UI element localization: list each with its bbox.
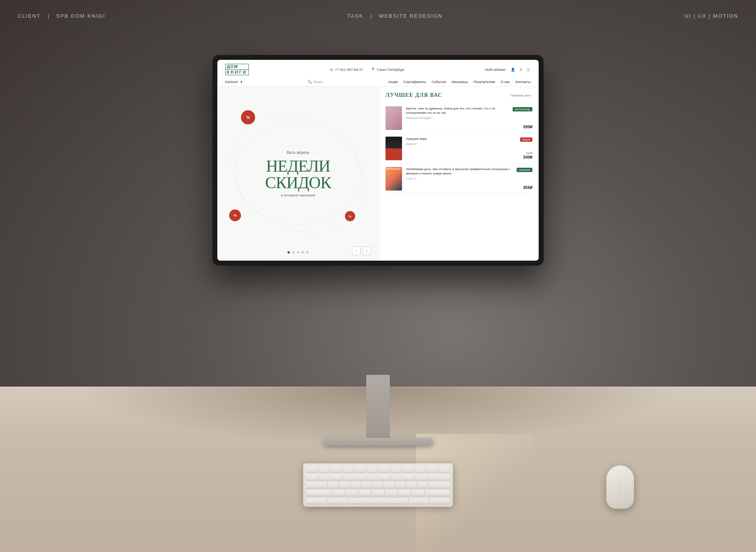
search-bar[interactable]: 🔍 Поиск [308,80,323,84]
show-all-label: Показать все [510,94,530,97]
key [328,482,338,488]
key [330,474,342,480]
meta-client: CLIENT | SPB DOM KNIGI [18,13,106,19]
key [391,467,402,472]
key [439,467,450,472]
hero-title: НЕДЕЛИ СКИДОК [265,158,331,191]
hero-subtitle: Весь апрель [287,150,309,155]
nav-link-kontakty[interactable]: Контакты [515,80,531,84]
key-row-5 [306,497,450,504]
product-info-3: Нелюбимая дочь. Как оставить в прошлом т… [406,167,532,180]
keyboard-body [303,463,453,507]
key [339,482,349,488]
book-text-3: PSYCH OLOGY [386,168,401,170]
product-author-1: Левицкая-Молодая Г. [406,117,513,119]
site-header-top: ДОМ КНИГИ ☏ +7 812 667-84-27 📍 Санкт [225,64,531,75]
search-placeholder: Поиск [313,80,323,84]
mouse [606,465,634,509]
product-cover-1 [385,106,402,130]
hero-next-button[interactable]: › [362,246,371,255]
key [345,490,358,496]
nav-link-o-nas[interactable]: О нас [500,80,510,84]
key [426,467,438,472]
key-row-3 [306,482,450,489]
cart-icon[interactable]: 🛒 [526,68,531,72]
key [327,498,347,504]
website: ДОМ КНИГИ ☏ +7 812 667-84-27 📍 Санкт [217,60,539,261]
hero-dot-1[interactable] [287,251,290,254]
hero-prev-button[interactable]: ‹ [352,246,361,255]
key [372,490,384,496]
hero-dot-4[interactable] [302,251,304,254]
product-title-3: Нелюбимая дочь. Как оставить в прошлом т… [406,167,513,176]
hero-dot-2[interactable] [292,251,295,254]
product-item-2[interactable]: Сумерки мира Акрам В. Акция 620₽ 549₽ [385,133,532,164]
location-icon: 📍 [371,68,375,72]
hero-dots [287,251,309,254]
spacebar-key [348,498,408,504]
products-header: ЛУЧШЕЕ ДЛЯ ВАС Показать все › [385,92,532,98]
hero-nav: ‹ › [352,246,371,255]
key [343,474,354,480]
catalog-label: Каталог [225,80,238,84]
key [367,467,378,472]
key [418,482,428,488]
key [319,467,330,472]
key [415,467,426,472]
monitor-screen: ДОМ КНИГИ ☏ +7 812 667-84-27 📍 Санкт [217,60,539,261]
hero-dot-5[interactable] [306,251,309,254]
key [306,490,331,496]
key [429,482,450,488]
nav-link-aktsii[interactable]: Акции [388,80,398,84]
nav-link-pokupatelyam[interactable]: Покупателям [473,80,495,84]
stand-base [323,438,433,446]
products-panel: ЛУЧШЕЕ ДЛЯ ВАС Показать все › [379,87,539,261]
product-item-1[interactable]: Крепче, чем ты думаешь. Книга для тех, к… [385,103,532,133]
product-item-3[interactable]: PSYCH OLOGY Нелюбимая дочь. Как оставить… [385,164,532,194]
catalog-button[interactable]: Каталог ▾ [225,80,243,84]
nav-link-sertifikaty[interactable]: Сертификаты [404,80,426,84]
product-cover-3: PSYCH OLOGY [385,167,402,191]
account-link[interactable]: Мой кабинет [485,68,506,72]
monitor-frame: ДОМ КНИГИ ☏ +7 812 667-84-27 📍 Санкт [213,55,543,265]
meta-task: TASK | WEBSITE REDESIGN [347,13,443,19]
client-sep: | [48,13,49,19]
phone-icon: ☏ [329,68,334,72]
header-contacts: ☏ +7 812 667-84-27 📍 Санкт-Петербург [329,68,405,72]
key [367,474,378,480]
product-badge-2: Акция [520,137,532,142]
show-all-link[interactable]: Показать все › [510,94,532,97]
client-value: SPB DOM KNIGI [56,13,106,19]
key-row-1 [306,466,450,473]
key [378,467,390,472]
product-title-2: Сумерки мира [406,137,513,141]
key [403,474,414,480]
discount-percent-1: % [246,115,250,120]
key [425,490,450,496]
key [409,498,429,504]
key [395,482,406,488]
key [332,490,345,496]
hero-dot-3[interactable] [297,251,299,254]
nav-link-sobytiya[interactable]: События [432,80,446,84]
site-nav-top: Каталог ▾ 🔍 Поиск Акции Сертификаты Собы… [225,78,531,86]
key [359,490,371,496]
nav-link-magaziny[interactable]: Магазины [452,80,468,84]
site-logo[interactable]: ДОМ КНИГИ [225,64,249,75]
key [373,482,383,488]
key [398,490,411,496]
city-contact[interactable]: 📍 Санкт-Петербург [371,68,405,72]
hero-title-line1: НЕДЕЛИ [265,158,331,174]
key-row-4 [306,489,450,496]
logo-line2: КНИГИ [225,70,249,75]
product-title-1: Крепче, чем ты думаешь. Книга для тех, к… [406,106,513,115]
book-image-2 [385,137,402,160]
product-info-2: Сумерки мира Акрам В. [406,137,532,145]
task-label: TASK [347,13,363,19]
phone-contact[interactable]: ☏ +7 812 667-84-27 [329,68,363,72]
chevron-down-icon: ▾ [241,80,243,84]
product-author-3: Стрит П. [406,177,513,180]
cart-count[interactable]: 3 [520,68,522,72]
product-price-1: 699₽ [523,125,532,129]
key [343,467,354,472]
